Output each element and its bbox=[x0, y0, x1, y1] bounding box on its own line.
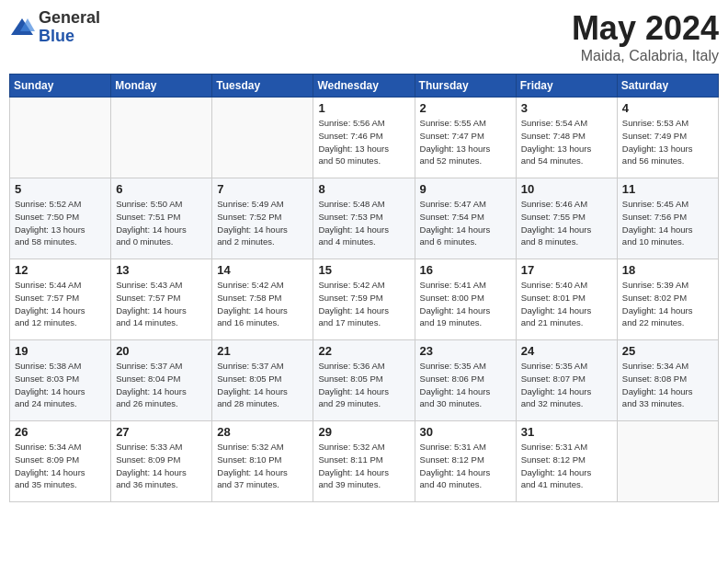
day-number: 7 bbox=[217, 182, 308, 196]
calendar-cell: 24Sunrise: 5:35 AM Sunset: 8:07 PM Dayli… bbox=[516, 340, 617, 421]
calendar-cell: 19Sunrise: 5:38 AM Sunset: 8:03 PM Dayli… bbox=[10, 340, 111, 421]
calendar-cell: 26Sunrise: 5:34 AM Sunset: 8:09 PM Dayli… bbox=[10, 421, 111, 502]
day-info: Sunrise: 5:34 AM Sunset: 8:08 PM Dayligh… bbox=[622, 360, 713, 410]
logo-general: General bbox=[39, 9, 100, 28]
header-cell-thursday: Thursday bbox=[415, 75, 516, 98]
day-number: 21 bbox=[217, 344, 308, 358]
day-number: 10 bbox=[521, 182, 612, 196]
calendar-cell: 10Sunrise: 5:46 AM Sunset: 7:55 PM Dayli… bbox=[516, 178, 617, 259]
day-info: Sunrise: 5:32 AM Sunset: 8:11 PM Dayligh… bbox=[318, 441, 409, 491]
calendar-cell bbox=[617, 421, 718, 502]
calendar-cell: 14Sunrise: 5:42 AM Sunset: 7:58 PM Dayli… bbox=[212, 259, 313, 340]
day-info: Sunrise: 5:49 AM Sunset: 7:52 PM Dayligh… bbox=[217, 198, 308, 248]
day-info: Sunrise: 5:48 AM Sunset: 7:53 PM Dayligh… bbox=[318, 198, 409, 248]
location-title: Maida, Calabria, Italy bbox=[572, 48, 719, 64]
day-info: Sunrise: 5:35 AM Sunset: 8:07 PM Dayligh… bbox=[521, 360, 612, 410]
day-number: 29 bbox=[318, 425, 409, 439]
day-info: Sunrise: 5:50 AM Sunset: 7:51 PM Dayligh… bbox=[116, 198, 207, 248]
calendar-cell: 18Sunrise: 5:39 AM Sunset: 8:02 PM Dayli… bbox=[617, 259, 718, 340]
month-title: May 2024 bbox=[572, 9, 719, 48]
day-info: Sunrise: 5:40 AM Sunset: 8:01 PM Dayligh… bbox=[521, 279, 612, 329]
calendar-cell: 29Sunrise: 5:32 AM Sunset: 8:11 PM Dayli… bbox=[313, 421, 415, 502]
day-number: 13 bbox=[116, 263, 207, 277]
day-number: 1 bbox=[318, 101, 409, 115]
day-info: Sunrise: 5:36 AM Sunset: 8:05 PM Dayligh… bbox=[318, 360, 409, 410]
day-info: Sunrise: 5:31 AM Sunset: 8:12 PM Dayligh… bbox=[521, 441, 612, 491]
day-number: 23 bbox=[420, 344, 511, 358]
day-number: 8 bbox=[318, 182, 409, 196]
calendar-cell bbox=[111, 98, 212, 178]
day-number: 26 bbox=[15, 425, 106, 439]
calendar-cell: 28Sunrise: 5:32 AM Sunset: 8:10 PM Dayli… bbox=[212, 421, 313, 502]
header-cell-tuesday: Tuesday bbox=[212, 75, 313, 98]
day-info: Sunrise: 5:54 AM Sunset: 7:48 PM Dayligh… bbox=[521, 117, 612, 167]
day-number: 24 bbox=[521, 344, 612, 358]
day-number: 22 bbox=[318, 344, 409, 358]
day-info: Sunrise: 5:42 AM Sunset: 7:59 PM Dayligh… bbox=[318, 279, 409, 329]
day-info: Sunrise: 5:52 AM Sunset: 7:50 PM Dayligh… bbox=[15, 198, 106, 248]
calendar-cell: 2Sunrise: 5:55 AM Sunset: 7:47 PM Daylig… bbox=[415, 98, 516, 178]
day-number: 4 bbox=[622, 101, 713, 115]
day-info: Sunrise: 5:38 AM Sunset: 8:03 PM Dayligh… bbox=[15, 360, 106, 410]
day-number: 25 bbox=[622, 344, 713, 358]
calendar-cell: 12Sunrise: 5:44 AM Sunset: 7:57 PM Dayli… bbox=[10, 259, 111, 340]
calendar-cell: 25Sunrise: 5:34 AM Sunset: 8:08 PM Dayli… bbox=[617, 340, 718, 421]
day-number: 15 bbox=[318, 263, 409, 277]
day-number: 3 bbox=[521, 101, 612, 115]
day-number: 5 bbox=[15, 182, 106, 196]
day-number: 20 bbox=[116, 344, 207, 358]
title-block: May 2024 Maida, Calabria, Italy bbox=[572, 9, 719, 64]
calendar-cell: 3Sunrise: 5:54 AM Sunset: 7:48 PM Daylig… bbox=[516, 98, 617, 178]
calendar-week-2: 5Sunrise: 5:52 AM Sunset: 7:50 PM Daylig… bbox=[10, 178, 719, 259]
day-info: Sunrise: 5:34 AM Sunset: 8:09 PM Dayligh… bbox=[15, 441, 106, 491]
calendar-cell: 1Sunrise: 5:56 AM Sunset: 7:46 PM Daylig… bbox=[313, 98, 415, 178]
header-cell-sunday: Sunday bbox=[10, 75, 111, 98]
day-info: Sunrise: 5:53 AM Sunset: 7:49 PM Dayligh… bbox=[622, 117, 713, 167]
day-number: 19 bbox=[15, 344, 106, 358]
logo-text: General Blue bbox=[39, 9, 100, 46]
calendar-week-5: 26Sunrise: 5:34 AM Sunset: 8:09 PM Dayli… bbox=[10, 421, 719, 502]
calendar-cell: 27Sunrise: 5:33 AM Sunset: 8:09 PM Dayli… bbox=[111, 421, 212, 502]
calendar-header: SundayMondayTuesdayWednesdayThursdayFrid… bbox=[10, 75, 719, 98]
day-info: Sunrise: 5:55 AM Sunset: 7:47 PM Dayligh… bbox=[420, 117, 511, 167]
day-info: Sunrise: 5:45 AM Sunset: 7:56 PM Dayligh… bbox=[622, 198, 713, 248]
logo-blue: Blue bbox=[39, 28, 100, 46]
day-info: Sunrise: 5:35 AM Sunset: 8:06 PM Dayligh… bbox=[420, 360, 511, 410]
calendar-cell: 22Sunrise: 5:36 AM Sunset: 8:05 PM Dayli… bbox=[313, 340, 415, 421]
day-number: 28 bbox=[217, 425, 308, 439]
day-info: Sunrise: 5:33 AM Sunset: 8:09 PM Dayligh… bbox=[116, 441, 207, 491]
day-number: 9 bbox=[420, 182, 511, 196]
calendar-cell: 11Sunrise: 5:45 AM Sunset: 7:56 PM Dayli… bbox=[617, 178, 718, 259]
day-info: Sunrise: 5:56 AM Sunset: 7:46 PM Dayligh… bbox=[318, 117, 409, 167]
calendar-week-3: 12Sunrise: 5:44 AM Sunset: 7:57 PM Dayli… bbox=[10, 259, 719, 340]
day-info: Sunrise: 5:32 AM Sunset: 8:10 PM Dayligh… bbox=[217, 441, 308, 491]
day-number: 18 bbox=[622, 263, 713, 277]
day-info: Sunrise: 5:31 AM Sunset: 8:12 PM Dayligh… bbox=[420, 441, 511, 491]
day-number: 31 bbox=[521, 425, 612, 439]
day-number: 30 bbox=[420, 425, 511, 439]
header-cell-monday: Monday bbox=[111, 75, 212, 98]
calendar-cell: 21Sunrise: 5:37 AM Sunset: 8:05 PM Dayli… bbox=[212, 340, 313, 421]
calendar-cell: 31Sunrise: 5:31 AM Sunset: 8:12 PM Dayli… bbox=[516, 421, 617, 502]
day-info: Sunrise: 5:44 AM Sunset: 7:57 PM Dayligh… bbox=[15, 279, 106, 329]
calendar-cell bbox=[212, 98, 313, 178]
day-number: 2 bbox=[420, 101, 511, 115]
day-info: Sunrise: 5:41 AM Sunset: 8:00 PM Dayligh… bbox=[420, 279, 511, 329]
calendar-cell: 4Sunrise: 5:53 AM Sunset: 7:49 PM Daylig… bbox=[617, 98, 718, 178]
calendar-cell: 23Sunrise: 5:35 AM Sunset: 8:06 PM Dayli… bbox=[415, 340, 516, 421]
calendar-cell: 20Sunrise: 5:37 AM Sunset: 8:04 PM Dayli… bbox=[111, 340, 212, 421]
calendar-cell: 15Sunrise: 5:42 AM Sunset: 7:59 PM Dayli… bbox=[313, 259, 415, 340]
calendar-week-1: 1Sunrise: 5:56 AM Sunset: 7:46 PM Daylig… bbox=[10, 98, 719, 178]
calendar-body: 1Sunrise: 5:56 AM Sunset: 7:46 PM Daylig… bbox=[10, 98, 719, 502]
day-number: 17 bbox=[521, 263, 612, 277]
day-number: 14 bbox=[217, 263, 308, 277]
calendar-cell: 6Sunrise: 5:50 AM Sunset: 7:51 PM Daylig… bbox=[111, 178, 212, 259]
calendar-cell bbox=[10, 98, 111, 178]
day-info: Sunrise: 5:47 AM Sunset: 7:54 PM Dayligh… bbox=[420, 198, 511, 248]
day-info: Sunrise: 5:37 AM Sunset: 8:04 PM Dayligh… bbox=[116, 360, 207, 410]
day-number: 27 bbox=[116, 425, 207, 439]
calendar-cell: 17Sunrise: 5:40 AM Sunset: 8:01 PM Dayli… bbox=[516, 259, 617, 340]
header-cell-wednesday: Wednesday bbox=[313, 75, 415, 98]
calendar-week-4: 19Sunrise: 5:38 AM Sunset: 8:03 PM Dayli… bbox=[10, 340, 719, 421]
calendar-cell: 8Sunrise: 5:48 AM Sunset: 7:53 PM Daylig… bbox=[313, 178, 415, 259]
